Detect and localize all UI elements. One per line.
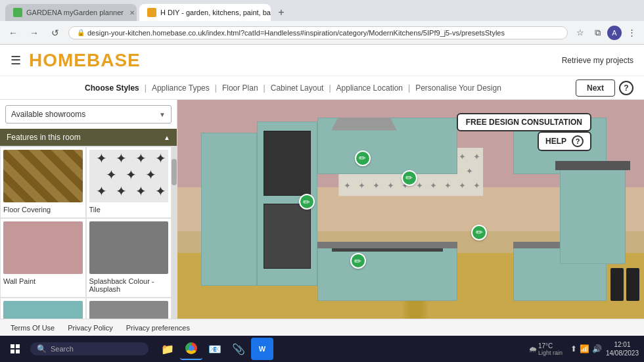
help-button[interactable]: ? — [619, 81, 633, 95]
callout-free-design[interactable]: FREE DESIGN CONSULTATION — [457, 113, 591, 131]
cabinet-left — [201, 133, 257, 286]
taskbar-app3-icon[interactable]: 📎 — [227, 338, 250, 360]
svg-text:✦: ✦ — [357, 181, 365, 191]
features-label: Features in this room — [7, 133, 81, 142]
steps-nav: Choose Styles | Appliance Types | Floor … — [0, 76, 644, 100]
step-choose-styles[interactable]: Choose Styles — [80, 83, 145, 93]
features-collapse-icon: ▲ — [164, 134, 170, 141]
callout-help-q[interactable]: ? — [572, 135, 584, 147]
extensions-icon[interactable]: ⧉ — [590, 26, 605, 40]
edit-button-3[interactable]: ✏ — [299, 194, 315, 210]
feature-wall-paint[interactable]: Wall Paint — [0, 218, 86, 298]
feature-extra2[interactable] — [86, 298, 172, 319]
new-tab-button[interactable]: + — [273, 5, 289, 20]
features-grid: Floor Covering ✦ ✦ ✦ ✦ ✦ — [0, 146, 172, 319]
callout-help[interactable]: HELP ? — [538, 131, 591, 151]
callout-help-text: HELP — [545, 137, 566, 146]
site-logo: HOMEBASE — [29, 50, 562, 71]
svg-text:✦: ✦ — [466, 167, 473, 177]
svg-text:✦: ✦ — [415, 181, 423, 191]
back-button[interactable]: ← — [5, 25, 21, 41]
edit-button-2[interactable]: ✏ — [402, 170, 417, 186]
terms-link[interactable]: Terms Of Use — [11, 324, 55, 332]
bar-stools — [610, 268, 639, 301]
svg-text:✦: ✦ — [155, 151, 166, 166]
feature-tile[interactable]: ✦ ✦ ✦ ✦ ✦ ✦ ✦ ✦ ✦ ✦ ✦ — [86, 147, 172, 218]
taskbar-mail-icon[interactable]: 📧 — [204, 338, 226, 360]
network-icon[interactable]: ⬆ — [570, 344, 577, 353]
cabinet-lower-mid — [317, 246, 457, 301]
edit-button-5[interactable]: ✏ — [350, 253, 366, 269]
svg-text:✦: ✦ — [473, 152, 480, 162]
taskbar-search-icon: 🔍 — [37, 344, 47, 353]
start-button[interactable] — [5, 339, 25, 359]
feature-splashback[interactable]: Splashback Colour - Alusplash — [86, 218, 172, 298]
features-header[interactable]: Features in this room ▲ — [0, 129, 177, 146]
url-text: design-your-kitchen.homebase.co.uk/index… — [87, 29, 559, 37]
taskbar-app4-icon[interactable]: W — [251, 338, 273, 360]
wall-paint-thumb — [3, 221, 83, 274]
menu-icon[interactable]: ⋮ — [624, 26, 639, 40]
island-top — [555, 161, 630, 170]
volume-icon[interactable]: 🔊 — [592, 344, 602, 353]
url-bar[interactable]: 🔒 design-your-kitchen.homebase.co.uk/ind… — [68, 26, 568, 39]
step-appliance-types[interactable]: Appliance Types — [147, 83, 215, 93]
clock[interactable]: 12:01 14/08/2023 — [606, 340, 639, 357]
tile-thumb: ✦ ✦ ✦ ✦ ✦ ✦ ✦ ✦ ✦ ✦ ✦ — [89, 150, 169, 202]
next-button[interactable]: Next — [576, 79, 615, 97]
taskbar-pinned-apps: 📁 📧 📎 W — [156, 338, 273, 360]
hamburger-menu[interactable]: ☰ — [11, 53, 21, 68]
step-personalise[interactable]: Personalise Your Design — [410, 83, 507, 93]
floor-covering-thumb — [3, 150, 83, 202]
tray-icons: ⬆ 📶 🔊 — [570, 344, 602, 353]
taskbar-chrome-icon[interactable] — [180, 338, 202, 360]
privacy-prefs-link[interactable]: Privacy preferences — [126, 324, 190, 332]
scroll-thumb — [172, 159, 177, 185]
address-bar: ← → ↺ 🔒 design-your-kitchen.homebase.co.… — [0, 21, 644, 45]
step-floor-plan[interactable]: Floor Plan — [217, 83, 264, 93]
page-footer: Terms Of Use Privacy Policy Privacy pref… — [0, 319, 644, 336]
tab-gardena[interactable]: GARDENA myGarden planner ✕ — [5, 4, 137, 21]
countertop-mid — [317, 242, 457, 248]
sidebar: Available showrooms ▼ Features in this r… — [0, 100, 177, 319]
svg-text:✦: ✦ — [386, 181, 394, 191]
step-appliance-location[interactable]: Appliance Location — [331, 83, 408, 93]
tab-homebase[interactable]: H DIY - garden, kitchens, paint, ba... ✕ — [139, 4, 271, 21]
retrieve-projects-link[interactable]: Retrieve my projects — [562, 56, 633, 65]
svg-text:✦: ✦ — [126, 168, 137, 182]
svg-text:✦: ✦ — [473, 181, 480, 191]
svg-text:✦: ✦ — [96, 151, 107, 166]
tab-favicon-homebase — [147, 8, 156, 17]
kitchen-canvas: Click on the pencils to change options. … — [177, 100, 644, 319]
svg-text:✦: ✦ — [444, 181, 451, 191]
splashback-label: Splashback Colour - Alusplash — [89, 276, 169, 294]
system-tray: 🌧 17°C Light rain ⬆ 📶 🔊 12:01 14/08/2023 — [528, 340, 639, 357]
wall-paint-label: Wall Paint — [3, 276, 83, 286]
svg-text:✦: ✦ — [96, 184, 107, 198]
svg-text:✦: ✦ — [145, 168, 156, 182]
kitchen-island — [560, 166, 625, 264]
forward-button[interactable]: → — [26, 25, 42, 41]
svg-text:✦: ✦ — [459, 152, 466, 162]
bookmark-icon[interactable]: ☆ — [573, 26, 587, 40]
svg-text:✦: ✦ — [372, 181, 379, 191]
step-cabinet-layout[interactable]: Cabinet Layout — [265, 83, 329, 93]
weather-widget[interactable]: 🌧 17°C Light rain — [528, 342, 563, 356]
showrooms-dropdown[interactable]: Available showrooms ▼ — [5, 105, 172, 124]
privacy-policy-link[interactable]: Privacy Policy — [68, 324, 112, 332]
extractor-hood — [331, 118, 396, 131]
steps-list: Choose Styles | Appliance Types | Floor … — [11, 83, 576, 93]
feature-extra[interactable] — [0, 298, 86, 319]
wifi-icon[interactable]: 📶 — [580, 344, 589, 353]
feature-floor-covering[interactable]: Floor Covering — [0, 147, 86, 218]
taskbar-explorer-icon[interactable]: 📁 — [156, 338, 179, 360]
refresh-button[interactable]: ↺ — [47, 25, 63, 41]
profile-icon[interactable]: A — [607, 26, 622, 40]
edit-button-4[interactable]: ✏ — [471, 225, 487, 240]
splashback-thumb — [89, 221, 169, 274]
tab-close-gardena[interactable]: ✕ — [127, 8, 137, 17]
taskbar-search[interactable]: 🔍 Search — [30, 342, 149, 355]
scroll-bar[interactable] — [172, 146, 177, 319]
edit-button-1[interactable]: ✏ — [355, 150, 371, 166]
weather-temperature: 17°C — [538, 342, 563, 350]
